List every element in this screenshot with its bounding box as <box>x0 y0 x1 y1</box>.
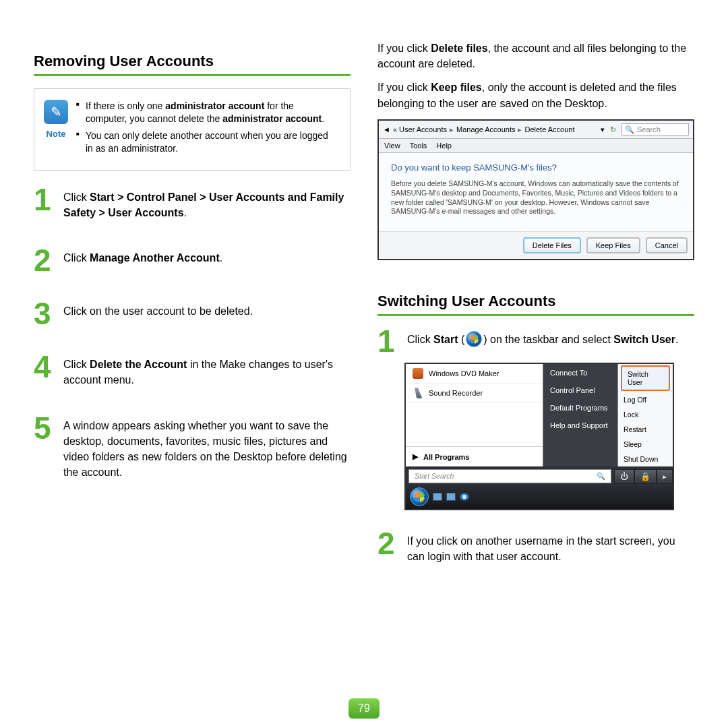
step-number: 2 <box>34 247 54 274</box>
start-menu-item[interactable]: Windows DVD Maker <box>406 364 543 384</box>
power-menu-chevron-icon[interactable]: ▸ <box>657 469 673 484</box>
power-menu-item[interactable]: Shut Down <box>618 452 673 466</box>
step-number: 4 <box>34 354 54 388</box>
power-button[interactable]: ⏻ <box>614 469 634 484</box>
power-menu-item[interactable]: Log Off <box>618 392 673 407</box>
switch-step-1: 1 Click Start () on the taskbar and sele… <box>377 328 694 355</box>
heading-switching: Switching User Accounts <box>377 293 694 316</box>
start-right-item[interactable]: Help and Support <box>543 417 617 434</box>
note-list: If there is only one administrator accou… <box>76 100 338 159</box>
step-3: 3 Click on the user account to be delete… <box>34 301 351 327</box>
start-orb-icon <box>466 331 482 347</box>
step-number: 1 <box>377 328 398 355</box>
ie-icon[interactable] <box>460 493 469 501</box>
address-bar[interactable]: ◄ « User AccountsManage AccountsDelete A… <box>379 121 693 139</box>
sound-recorder-icon <box>413 388 423 398</box>
search-input[interactable]: 🔍 Search <box>621 123 689 135</box>
menu-help[interactable]: Help <box>436 141 452 150</box>
step-4: 4 Click Delete the Account in the Make c… <box>34 354 351 388</box>
breadcrumb[interactable]: « User AccountsManage AccountsDelete Acc… <box>393 125 598 134</box>
search-icon: 🔍 <box>625 125 634 134</box>
back-icon[interactable]: ◄ <box>383 125 390 134</box>
step-number: 2 <box>377 530 398 564</box>
start-right-item[interactable]: Default Programs <box>543 399 617 417</box>
delete-account-dialog: ◄ « User AccountsManage AccountsDelete A… <box>377 119 694 260</box>
dvd-maker-icon <box>413 368 423 379</box>
para-keep-files: If you click Keep files, only the accoun… <box>377 80 694 111</box>
step-5: 5 A window appears asking whether you wa… <box>34 415 351 481</box>
start-right-item[interactable]: Connect To <box>543 364 617 382</box>
menu-tools[interactable]: Tools <box>410 141 427 150</box>
refresh-icon[interactable]: ↻ <box>610 125 616 134</box>
taskbar-icon[interactable] <box>446 493 456 501</box>
lock-button[interactable]: 🔒 <box>634 469 657 484</box>
page-number: 79 <box>348 698 380 719</box>
switch-user-item[interactable]: Switch User <box>621 365 670 391</box>
menu-view[interactable]: View <box>384 141 400 150</box>
step-number: 5 <box>34 415 54 481</box>
taskbar-icon[interactable] <box>433 493 442 501</box>
power-menu-item[interactable]: Sleep <box>618 437 673 452</box>
switch-step-2: 2 If you click on another username in th… <box>377 530 694 564</box>
step-1: 1 Click Start > Control Panel > User Acc… <box>34 187 351 220</box>
start-right-item[interactable]: Control Panel <box>543 382 617 399</box>
step-number: 1 <box>34 187 54 220</box>
keep-files-button[interactable]: Keep Files <box>586 237 640 253</box>
all-programs[interactable]: ▶ All Programs <box>406 446 543 466</box>
note-item: If there is only one administrator accou… <box>76 100 338 125</box>
para-delete-files: If you click Delete files, the account a… <box>377 40 694 71</box>
dialog-question: Do you want to keep SAMSUNG-M's files? <box>391 162 681 174</box>
power-menu-item[interactable]: Restart <box>618 422 673 437</box>
note-label: Note <box>47 128 66 140</box>
note-item: You can only delete another account when… <box>76 129 338 155</box>
start-orb-icon[interactable] <box>410 487 429 506</box>
taskbar[interactable] <box>406 486 673 509</box>
step-2: 2 Click Manage Another Account. <box>34 247 351 274</box>
start-menu-screenshot: Windows DVD Maker Sound Recorder ▶ All P… <box>404 363 674 510</box>
delete-files-button[interactable]: Delete Files <box>523 237 581 253</box>
power-menu-item[interactable]: Lock <box>618 407 673 422</box>
chevron-right-icon: ▶ <box>413 452 418 461</box>
step-number: 3 <box>34 301 54 327</box>
note-pencil-icon: ✎ <box>44 100 68 124</box>
cancel-button[interactable]: Cancel <box>646 237 688 253</box>
start-menu-item[interactable]: Sound Recorder <box>406 384 543 403</box>
heading-removing: Removing User Accounts <box>34 53 351 76</box>
search-icon: 🔍 <box>597 472 605 481</box>
menu-bar[interactable]: View Tools Help <box>379 139 693 153</box>
note-box: ✎ Note If there is only one administrato… <box>34 88 351 171</box>
dialog-description: Before you delete SAMSUNG-M's account, W… <box>391 179 681 216</box>
start-search-input[interactable]: Start Search 🔍 <box>408 469 611 483</box>
